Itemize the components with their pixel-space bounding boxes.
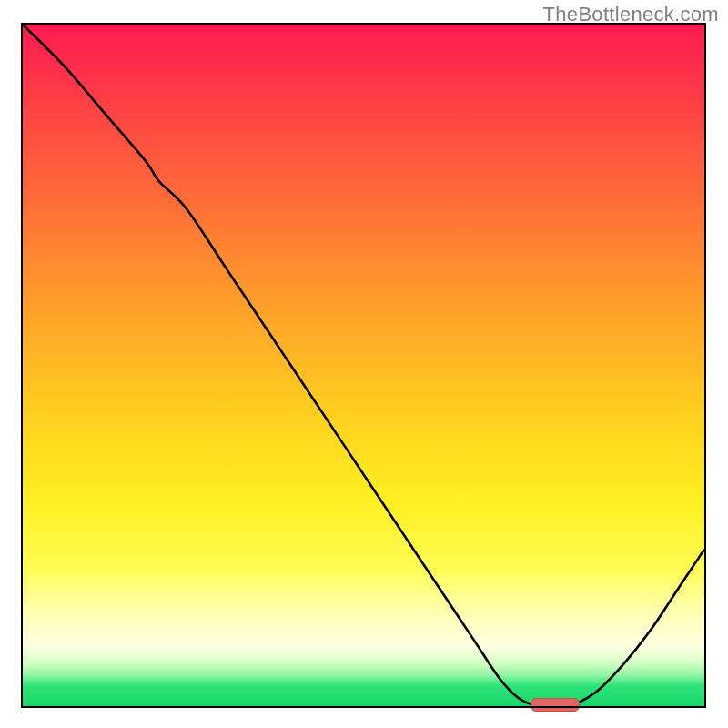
chart-canvas: TheBottleneck.com [0, 0, 728, 728]
minimum-marker [531, 698, 580, 712]
watermark-text: TheBottleneck.com [543, 3, 719, 26]
heat-gradient-background [23, 25, 704, 706]
